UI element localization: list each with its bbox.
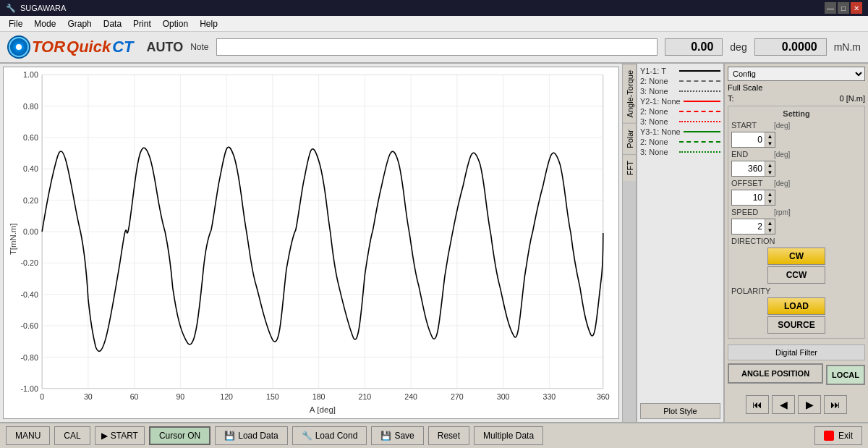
config-dropdown[interactable]: Config: [728, 67, 865, 81]
svg-text:360: 360: [597, 393, 610, 401]
start-label: START: [731, 121, 771, 130]
offset-unit: [deg]: [774, 179, 790, 187]
svg-text:330: 330: [543, 393, 556, 401]
close-button[interactable]: ✕: [851, 2, 862, 14]
ccw-button[interactable]: CCW: [767, 266, 825, 284]
svg-text:A [deg]: A [deg]: [310, 405, 336, 414]
titlebar: 🔧 SUGAWARA — □ ✕: [0, 0, 868, 16]
menu-help[interactable]: Help: [194, 17, 224, 30]
speed-up-btn[interactable]: ▲: [765, 219, 775, 227]
torque-display: 0.0000: [754, 38, 827, 56]
speed-input[interactable]: [732, 221, 765, 232]
cw-button[interactable]: CW: [767, 248, 825, 265]
digital-filter-button[interactable]: Digital Filter: [728, 345, 865, 360]
legend-line-y1-3: [679, 90, 720, 92]
tab-polar[interactable]: Polar: [623, 123, 636, 154]
source-button[interactable]: SOURCE: [767, 316, 825, 334]
setting-group: Setting START [deg] ▲ ▼ END [deg]: [728, 106, 865, 339]
svg-text:150: 150: [266, 393, 279, 401]
svg-text:0.80: 0.80: [23, 103, 38, 111]
start-unit: [deg]: [774, 122, 790, 130]
menu-mode[interactable]: Mode: [28, 17, 61, 30]
start-row: START [deg]: [731, 121, 861, 130]
menu-file[interactable]: File: [3, 17, 28, 30]
svg-text:270: 270: [451, 393, 464, 401]
end-input-group: ▲ ▼: [731, 161, 775, 177]
start-down-btn[interactable]: ▼: [765, 140, 775, 147]
start-input[interactable]: [732, 134, 765, 145]
speed-row: SPEED [rpm]: [731, 208, 861, 216]
legend-y2-3: 3: None: [640, 117, 720, 126]
torque-unit: mN.m: [834, 41, 861, 53]
speed-input-group: ▲ ▼: [731, 219, 775, 234]
bottom-bar: MANU CAL ▶ START Cursor ON 💾 Load Data 🔧…: [0, 422, 868, 448]
nav-next-button[interactable]: ▶: [798, 395, 821, 414]
multiple-data-button[interactable]: Multiple Data: [474, 426, 543, 445]
save-button[interactable]: 💾 Save: [371, 426, 423, 445]
local-button[interactable]: LOCAL: [826, 365, 865, 385]
direction-row: DIRECTION: [731, 237, 861, 245]
menu-graph[interactable]: Graph: [61, 17, 97, 30]
maximize-button[interactable]: □: [838, 2, 849, 14]
svg-point-1: [16, 44, 22, 50]
offset-input-group: ▲ ▼: [731, 190, 775, 206]
load-cond-button[interactable]: 🔧 Load Cond: [292, 426, 367, 445]
load-button[interactable]: LOAD: [767, 297, 825, 315]
exit-button[interactable]: Exit: [814, 426, 862, 445]
offset-down-btn[interactable]: ▼: [765, 198, 775, 205]
offset-input[interactable]: [732, 192, 765, 203]
svg-text:0.60: 0.60: [23, 134, 38, 142]
start-up-btn[interactable]: ▲: [765, 132, 775, 140]
exit-red-icon: [824, 431, 834, 441]
logo-icon: [7, 35, 30, 59]
cal-button[interactable]: CAL: [54, 426, 90, 445]
mode-label: AUTO: [147, 40, 184, 55]
legend-line-y2-2: [679, 111, 720, 112]
cursor-on-button[interactable]: Cursor ON: [149, 426, 210, 445]
minimize-button[interactable]: —: [825, 2, 836, 14]
app-title: SUGAWARA: [20, 4, 66, 12]
graph-area: 1.00 0.80 0.60 0.40 0.20 0.00 -0.20 -0.4…: [0, 64, 622, 422]
offset-row: OFFSET [deg]: [731, 179, 861, 187]
header: TORQuick CT AUTO Note 0.00 deg 0.0000 mN…: [0, 32, 868, 64]
logo: TORQuick CT: [7, 35, 134, 59]
legend-line-y3-3: [679, 151, 720, 153]
nav-first-button[interactable]: ⏮: [746, 395, 769, 414]
nav-last-button[interactable]: ⏭: [824, 395, 847, 414]
legend-line-y1-1: [679, 70, 720, 72]
menu-print[interactable]: Print: [127, 17, 157, 30]
plot-style-button[interactable]: Plot Style: [640, 403, 720, 419]
end-row: END [deg]: [731, 150, 861, 159]
manu-button[interactable]: MANU: [6, 426, 50, 445]
note-input[interactable]: [216, 38, 658, 56]
menu-data[interactable]: Data: [98, 17, 127, 30]
fullscale-label: Full Scale: [728, 83, 762, 92]
load-data-button[interactable]: 💾 Load Data: [215, 426, 287, 445]
tab-angle-torque[interactable]: Angle-Torque: [623, 64, 636, 123]
legend-y2-1: Y2-1: None: [640, 97, 720, 106]
nav-prev-button[interactable]: ◀: [772, 395, 795, 414]
svg-text:T[mN.m]: T[mN.m]: [9, 224, 17, 255]
graph-container: 1.00 0.80 0.60 0.40 0.20 0.00 -0.20 -0.4…: [3, 67, 619, 419]
legend-line-y1-2: [679, 80, 720, 82]
svg-text:0: 0: [40, 393, 44, 401]
end-up-btn[interactable]: ▲: [765, 161, 775, 169]
start-button[interactable]: ▶ START: [95, 426, 145, 445]
angle-position-button[interactable]: ANGLE POSITION: [728, 363, 823, 384]
degree-unit: deg: [730, 41, 746, 53]
svg-text:-0.40: -0.40: [21, 291, 38, 299]
polarity-label: POLARITY: [731, 287, 771, 295]
menu-option[interactable]: Option: [157, 17, 194, 30]
svg-text:0.20: 0.20: [23, 197, 38, 205]
end-down-btn[interactable]: ▼: [765, 169, 775, 176]
offset-up-btn[interactable]: ▲: [765, 190, 775, 198]
svg-text:90: 90: [176, 393, 184, 401]
svg-text:240: 240: [404, 393, 417, 401]
speed-down-btn[interactable]: ▼: [765, 227, 775, 234]
svg-text:-0.20: -0.20: [21, 260, 38, 268]
svg-text:0.40: 0.40: [23, 166, 38, 174]
start-icon: ▶: [101, 431, 108, 441]
tab-fft[interactable]: FFT: [623, 154, 636, 181]
end-input[interactable]: [732, 163, 765, 174]
reset-button[interactable]: Reset: [428, 426, 469, 445]
